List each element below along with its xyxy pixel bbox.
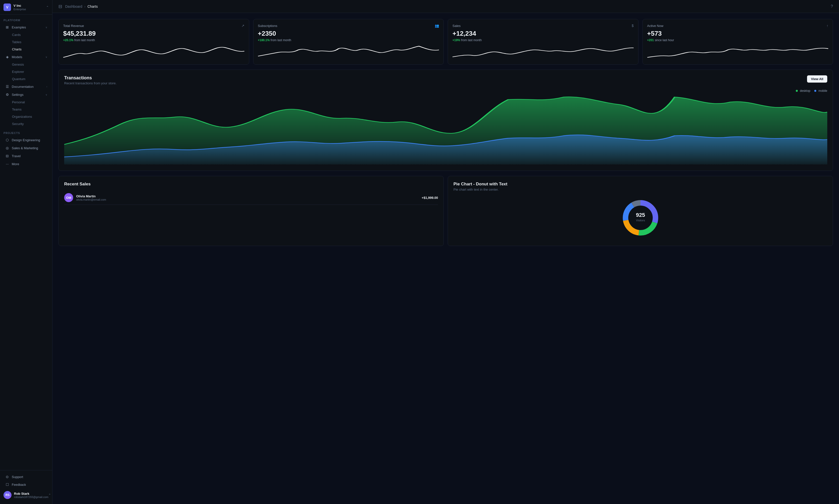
sidebar-item-quantum[interactable]: Quantum xyxy=(1,76,51,82)
examples-label: Examples xyxy=(12,25,26,29)
active-change-text: since last hour xyxy=(655,38,674,42)
sidebar-item-more[interactable]: ··· More xyxy=(1,160,51,168)
sidebar-item-settings[interactable]: ⚙ Settings ∨ xyxy=(1,91,51,98)
transactions-chart xyxy=(64,94,827,164)
models-chevron: ∨ xyxy=(46,56,47,58)
user-chevron-icon: ⌃ xyxy=(49,493,51,497)
security-label: Security xyxy=(12,122,24,126)
sidebar-item-design-engineering[interactable]: ⬡ Design Engineering xyxy=(1,136,51,144)
sale-avatar-0: OM xyxy=(64,193,73,202)
design-label: Design Engineering xyxy=(12,138,40,142)
stat-card-active: Active Now ↑ +573 +201 since last hour xyxy=(643,19,833,65)
sidebar-item-security[interactable]: Security xyxy=(1,121,51,127)
sales-change: +19% from last month xyxy=(452,38,634,42)
sidebar-item-examples[interactable]: ⊞ Examples ∨ xyxy=(1,23,51,31)
revenue-icon: ↗ xyxy=(242,24,244,28)
recent-sales-title: Recent Sales xyxy=(64,182,438,187)
transactions-subtitle: Recent transactions from your store. xyxy=(64,81,117,85)
revenue-sparkline xyxy=(63,45,244,60)
sidebar-item-tables[interactable]: Tables xyxy=(1,39,51,46)
sidebar-logo[interactable]: V V Inc Enterprise xyxy=(3,3,26,11)
sidebar-toggle-button[interactable]: ⊟ xyxy=(58,4,62,9)
donut-center-value: 925 xyxy=(636,212,645,218)
transactions-chart-container xyxy=(64,94,827,165)
sidebar-item-organizations[interactable]: Organizations xyxy=(1,113,51,120)
sale-info-0: Olivia Martin olivia.martin@email.com xyxy=(76,194,419,201)
donut-center-label: Visitors xyxy=(636,219,645,222)
sale-amount-0: +$1,999.00 xyxy=(422,196,438,200)
sidebar-item-support[interactable]: ⊙ Support xyxy=(1,473,51,481)
active-icon: ↑ xyxy=(826,24,828,28)
sidebar-item-charts[interactable]: Charts xyxy=(1,46,51,53)
donut-container: 925 Visitors xyxy=(453,191,827,240)
donut-subtitle: Pie chart with text in the center. xyxy=(453,187,827,191)
sales-change-text: from last month xyxy=(461,38,482,42)
sidebar-item-travel[interactable]: ⊟ Travel xyxy=(1,152,51,160)
sidebar-item-personal[interactable]: Personal xyxy=(1,99,51,106)
breadcrumb: Dashboard › Charts xyxy=(65,4,98,8)
breadcrumb-separator: › xyxy=(84,4,86,8)
revenue-change-pct: +20.1% xyxy=(63,38,73,42)
donut-chart-card: Pie Chart - Donut with Text Pie chart wi… xyxy=(448,176,833,246)
feedback-icon: ☐ xyxy=(5,483,10,487)
travel-icon: ⊟ xyxy=(5,154,10,158)
active-sparkline xyxy=(647,45,828,60)
chart-legend: desktop mobile xyxy=(64,89,827,93)
revenue-change-text: from last month xyxy=(74,38,95,42)
stat-card-revenue: Total Revenue ↗ $45,231.89 +20.1% from l… xyxy=(58,19,249,65)
settings-icon: ⚙ xyxy=(5,93,10,96)
company-plan: Enterprise xyxy=(14,8,26,11)
quantum-label: Quantum xyxy=(12,77,25,81)
main-content: ⊟ Dashboard › Charts ? Total Revenue ↗ $… xyxy=(52,0,839,504)
topbar: ⊟ Dashboard › Charts ? xyxy=(52,0,839,13)
revenue-change: +20.1% from last month xyxy=(63,38,244,42)
sidebar-item-sales-marketing[interactable]: ◎ Sales & Marketing xyxy=(1,144,51,152)
company-name: V Inc xyxy=(14,4,26,8)
sidebar-bottom: ⊙ Support ☐ Feedback RS Rob Stark robsta… xyxy=(0,470,52,504)
logo-text: V Inc Enterprise xyxy=(14,4,26,11)
sale-item-0: OM Olivia Martin olivia.martin@email.com… xyxy=(64,191,438,205)
subs-value: +2350 xyxy=(258,30,439,37)
view-all-button[interactable]: View All xyxy=(807,75,827,83)
sidebar-item-feedback[interactable]: ☐ Feedback xyxy=(1,481,51,488)
help-icon[interactable]: ? xyxy=(831,4,833,9)
sidebar-header: V V Inc Enterprise ⌃ xyxy=(0,0,52,15)
donut-svg: 925 Visitors xyxy=(618,195,663,240)
documentation-icon: ☰ xyxy=(5,85,10,89)
documentation-chevron: › xyxy=(47,85,47,88)
avatar: RS xyxy=(3,491,12,499)
recent-sales-card: Recent Sales OM Olivia Martin olivia.mar… xyxy=(58,176,444,246)
sidebar-item-explorer[interactable]: Explorer xyxy=(1,68,51,75)
active-change: +201 since last hour xyxy=(647,38,828,42)
user-email: robstark187293@gmail.com xyxy=(14,496,49,499)
genesis-label: Genesis xyxy=(12,62,24,66)
sidebar-user[interactable]: RS Rob Stark robstark187293@gmail.com ⌃ xyxy=(0,488,52,502)
sidebar-item-cards[interactable]: Cards xyxy=(1,32,51,38)
cards-label: Cards xyxy=(12,33,21,37)
subs-icon: 👥 xyxy=(435,24,439,28)
design-icon: ⬡ xyxy=(5,138,10,142)
transactions-section: Transactions Recent transactions from yo… xyxy=(58,70,833,171)
teams-label: Teams xyxy=(12,108,21,111)
sidebar-item-genesis[interactable]: Genesis xyxy=(1,61,51,68)
sales-icon: ◎ xyxy=(5,146,10,150)
settings-label: Settings xyxy=(12,93,23,96)
sales-title: Sales xyxy=(452,24,461,28)
donut-title: Pie Chart - Donut with Text xyxy=(453,182,827,187)
breadcrumb-current: Charts xyxy=(87,4,98,8)
sidebar-collapse-icon[interactable]: ⌃ xyxy=(46,5,49,9)
charts-label: Charts xyxy=(12,48,21,51)
recent-sales-list: OM Olivia Martin olivia.martin@email.com… xyxy=(64,191,438,205)
sidebar-item-models[interactable]: ◈ Models ∨ xyxy=(1,53,51,61)
sidebar: V V Inc Enterprise ⌃ Platform ⊞ Examples… xyxy=(0,0,52,504)
models-icon: ◈ xyxy=(5,55,10,59)
sale-email-0: olivia.martin@email.com xyxy=(76,198,419,201)
mobile-legend-dot xyxy=(814,90,816,92)
sidebar-item-documentation[interactable]: ☰ Documentation › xyxy=(1,83,51,90)
projects-section-label: Projects xyxy=(0,127,52,136)
breadcrumb-home[interactable]: Dashboard xyxy=(65,4,82,8)
documentation-label: Documentation xyxy=(12,85,33,89)
sales-value: +12,234 xyxy=(452,30,634,37)
sidebar-item-teams[interactable]: Teams xyxy=(1,106,51,113)
subs-change-text: from last month xyxy=(271,38,292,42)
